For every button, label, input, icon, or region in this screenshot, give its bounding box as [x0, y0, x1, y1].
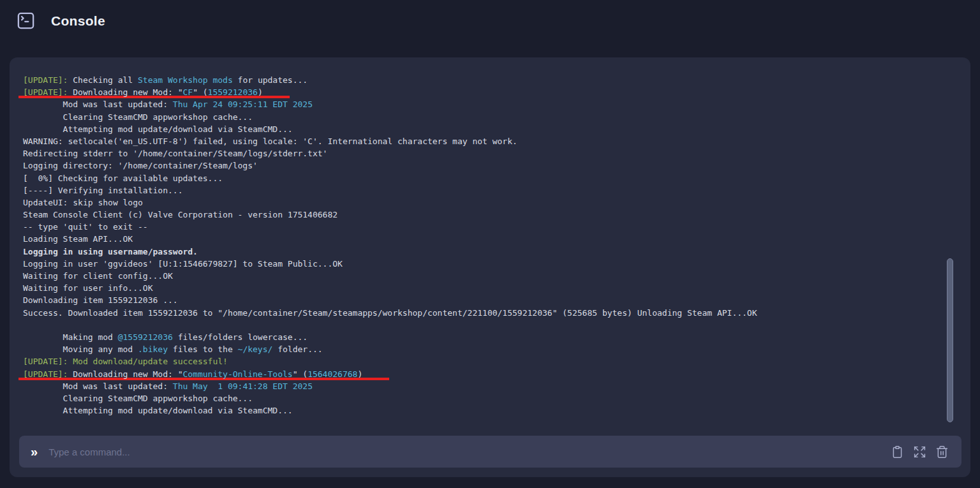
log-segment: Thu May 1 09:41:28 EDT 2025 [173, 381, 313, 391]
log-segment: Thu Apr 24 09:25:11 EDT 2025 [173, 100, 313, 109]
console-line: Loading Steam API...OK [23, 233, 949, 245]
log-segment: " ( [193, 87, 207, 97]
log-segment: Logging in using username/password. [23, 247, 198, 256]
terminal-icon [16, 11, 36, 31]
log-segment: Clearing SteamCMD appworkshop cache... [23, 394, 253, 403]
log-segment: Steam Console Client (c) Valve Corporati… [23, 210, 338, 219]
log-segment: UpdateUI: skip show logo [23, 198, 143, 207]
log-segment: files to the [168, 344, 238, 354]
log-segment: WARNING: setlocale('en_US.UTF-8') failed… [23, 137, 517, 146]
console-line: Logging in using username/password. [23, 246, 949, 258]
log-segment: folder... [272, 344, 322, 354]
console-line: Mod was last updated: Thu May 1 09:41:28… [23, 380, 949, 392]
console-line: WARNING: setlocale('en_US.UTF-8') failed… [23, 135, 949, 147]
log-segment: Success. Downloaded item 1559212036 to "… [23, 308, 757, 318]
log-segment: @1559212036 [118, 332, 173, 342]
log-segment: ) [258, 87, 263, 97]
console-output[interactable]: [UPDATE]: Checking all Steam Workshop mo… [10, 57, 970, 435]
log-segment: 1559212036 [208, 87, 258, 97]
log-segment: Mod was last updated: [23, 100, 173, 109]
console-line: Moving any mod .bikey files to the ~/key… [23, 343, 949, 355]
clipboard-icon [891, 445, 904, 459]
log-segment: Downloading new Mod: " [73, 369, 182, 379]
console-line: Logging directory: '/home/container/Stea… [23, 159, 949, 172]
console-line: Logging in user 'ggvideos' [U:1:15466798… [23, 258, 949, 270]
page-header: Console [16, 11, 105, 31]
console-line: [ 0%] Checking for available updates... [23, 172, 949, 184]
log-segment: files/folders lowercase... [173, 332, 308, 342]
log-segment: [ 0%] Checking for available updates... [23, 174, 223, 183]
log-segment: [----] Verifying installation... [23, 186, 182, 195]
scrollbar-thumb[interactable] [947, 258, 953, 422]
log-segment: Attempting mod update/download via Steam… [23, 406, 293, 415]
log-segment: Steam Workshop mods [138, 75, 233, 85]
log-segment: CF [182, 87, 193, 97]
log-segment: Moving any mod [23, 344, 138, 354]
command-input[interactable] [47, 446, 891, 458]
log-segment: for updates... [233, 75, 308, 85]
chevrons-right-icon: » [31, 445, 38, 458]
log-segment: Checking all [73, 75, 138, 85]
log-segment: Waiting for user info...OK [23, 283, 153, 293]
expand-button[interactable] [913, 445, 926, 459]
log-segment: ~/keys/ [238, 344, 273, 354]
console-line: [UPDATE]: Mod download/update successful… [23, 355, 949, 367]
console-line: Clearing SteamCMD appworkshop cache... [23, 111, 949, 123]
console-line: Waiting for user info...OK [23, 282, 949, 294]
command-bar: » [19, 436, 961, 468]
log-segment: -- type 'quit' to exit -- [23, 222, 148, 232]
command-bar-actions [891, 445, 949, 459]
log-segment: [UPDATE]: [23, 369, 73, 379]
console-line: Making mod @1559212036 files/folders low… [23, 331, 949, 343]
console-line: Success. Downloaded item 1559212036 to "… [23, 307, 949, 319]
log-segment: 1564026768 [308, 369, 357, 379]
log-segment: .bikey [138, 344, 168, 354]
log-segment: Community-Online-Tools [182, 369, 292, 379]
console-line: [UPDATE]: Downloading new Mod: "CF" (155… [23, 86, 949, 98]
console-line: [UPDATE]: Downloading new Mod: "Communit… [23, 368, 949, 380]
console-line: UpdateUI: skip show logo [23, 196, 949, 209]
log-segment: Downloading new Mod: " [73, 87, 182, 97]
console-line: [UPDATE]: Checking all Steam Workshop mo… [23, 74, 949, 86]
console-line: Mod was last updated: Thu Apr 24 09:25:1… [23, 98, 949, 110]
console-line [23, 319, 949, 331]
log-segment: Waiting for client config...OK [23, 271, 173, 281]
log-segment: [UPDATE]: Mod download/update successful… [23, 357, 228, 366]
log-segment: Redirecting stderr to '/home/container/S… [23, 149, 327, 158]
trash-icon [935, 445, 949, 459]
clear-button[interactable] [935, 445, 949, 459]
page-title: Console [51, 13, 105, 29]
log-segment: Logging directory: '/home/container/Stea… [23, 161, 258, 170]
console-line: Redirecting stderr to '/home/container/S… [23, 147, 949, 159]
log-segment: Making mod [23, 332, 118, 342]
log-segment: " ( [293, 369, 308, 379]
log-segment: Logging in user 'ggvideos' [U:1:15466798… [23, 259, 343, 269]
console-line: -- type 'quit' to exit -- [23, 221, 949, 233]
console-line: Waiting for client config...OK [23, 270, 949, 282]
log-segment: Mod was last updated: [23, 381, 173, 391]
console-line: [----] Verifying installation... [23, 184, 949, 196]
log-segment: [UPDATE]: [23, 87, 73, 97]
console-line: Steam Console Client (c) Valve Corporati… [23, 209, 949, 221]
expand-icon [913, 445, 926, 459]
log-segment: Loading Steam API...OK [23, 234, 133, 244]
log-segment: [UPDATE]: [23, 75, 73, 85]
console-line: Clearing SteamCMD appworkshop cache... [23, 392, 949, 404]
log-segment: Clearing SteamCMD appworkshop cache... [23, 112, 253, 122]
console-line: Attempting mod update/download via Steam… [23, 404, 949, 417]
copy-button[interactable] [891, 445, 904, 459]
console-panel: [UPDATE]: Checking all Steam Workshop mo… [10, 57, 970, 477]
log-segment: Attempting mod update/download via Steam… [23, 124, 293, 134]
log-segment: ) [357, 369, 362, 379]
log-segment: Downloading item 1559212036 ... [23, 295, 178, 305]
console-line: Downloading item 1559212036 ... [23, 294, 949, 306]
console-line: Attempting mod update/download via Steam… [23, 123, 949, 135]
